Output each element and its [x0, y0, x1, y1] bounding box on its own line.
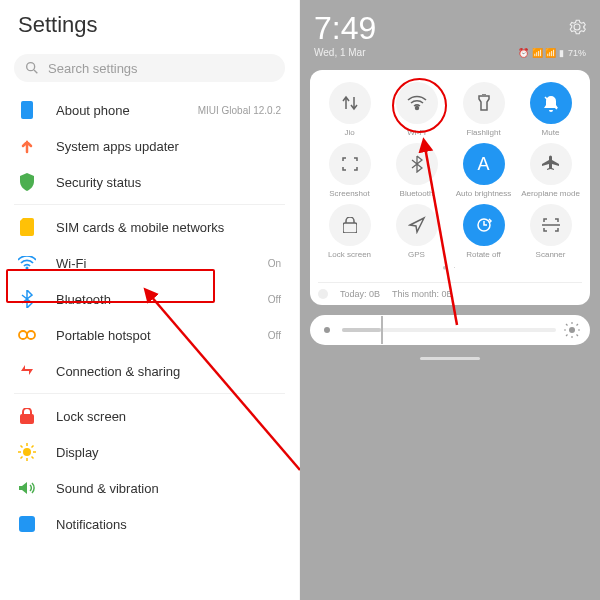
jio-toggle[interactable]: Jio [318, 82, 381, 137]
settings-screen: Settings Search settings About phone MIU… [0, 0, 300, 600]
scanner-toggle[interactable]: Scanner [519, 204, 582, 259]
bluetooth-toggle[interactable]: Bluetooth [385, 143, 448, 198]
hotspot-value: Off [268, 330, 281, 341]
wifi-value: On [268, 258, 281, 269]
sim-row[interactable]: SIM cards & mobile networks [0, 209, 299, 245]
wifi-toggle[interactable]: Wi-Fi [385, 82, 448, 137]
lockscreen-toggle[interactable]: Lock screen [318, 204, 381, 259]
data-month: This month: 0B [392, 289, 453, 299]
data-dot-icon [318, 289, 328, 299]
bluetooth-row[interactable]: Bluetooth Off [0, 281, 299, 317]
search-icon [24, 60, 40, 76]
sim-icon [18, 218, 36, 236]
security-row[interactable]: Security status [0, 164, 299, 200]
data-today: Today: 0B [340, 289, 380, 299]
about-phone-value: MIUI Global 12.0.2 [198, 105, 281, 116]
connection-row[interactable]: Connection & sharing [0, 353, 299, 389]
updater-row[interactable]: System apps updater [0, 128, 299, 164]
svg-point-0 [27, 63, 35, 71]
svg-rect-7 [19, 516, 35, 532]
brightness-slider[interactable] [310, 315, 590, 345]
toggle-panel: Jio Wi-Fi Flashlight Mute Screenshot Blu… [310, 70, 590, 305]
notif-row[interactable]: Notifications [0, 506, 299, 542]
sound-row[interactable]: Sound & vibration [0, 470, 299, 506]
display-label: Display [56, 445, 281, 460]
svg-point-11 [324, 327, 330, 333]
status-icons: ⏰ 📶 📶 ▮71% [518, 48, 586, 58]
bluetooth-icon [18, 290, 36, 308]
autobright-toggle[interactable]: AAuto brightness [452, 143, 515, 198]
hotspot-row[interactable]: Portable hotspot Off [0, 317, 299, 353]
flashlight-toggle[interactable]: Flashlight [452, 82, 515, 137]
svg-rect-9 [343, 223, 357, 233]
lock-row[interactable]: Lock screen [0, 398, 299, 434]
page-title: Settings [0, 0, 299, 46]
shield-icon [18, 173, 36, 191]
page-dots: ● · [318, 263, 582, 272]
display-row[interactable]: Display [0, 434, 299, 470]
connection-label: Connection & sharing [56, 364, 281, 379]
sound-label: Sound & vibration [56, 481, 281, 496]
about-phone-label: About phone [56, 103, 198, 118]
clock: 7:49 [314, 10, 376, 47]
bluetooth-label: Bluetooth [56, 292, 268, 307]
security-label: Security status [56, 175, 281, 190]
brightness-high-icon [564, 322, 580, 338]
screenshot-toggle[interactable]: Screenshot [318, 143, 381, 198]
about-phone-row[interactable]: About phone MIUI Global 12.0.2 [0, 92, 299, 128]
divider [14, 204, 285, 205]
status-bar: 7:49 [300, 0, 600, 47]
wifi-icon [18, 254, 36, 272]
phone-icon [18, 101, 36, 119]
svg-point-2 [26, 267, 29, 270]
brightness-low-icon [320, 323, 334, 337]
hotspot-label: Portable hotspot [56, 328, 268, 343]
data-usage-row[interactable]: Today: 0B This month: 0B [318, 282, 582, 299]
bluetooth-value: Off [268, 294, 281, 305]
svg-point-6 [23, 448, 31, 456]
home-indicator[interactable] [420, 357, 480, 360]
airplane-toggle[interactable]: Aeroplane mode [519, 143, 582, 198]
search-placeholder: Search settings [48, 61, 138, 76]
search-input[interactable]: Search settings [14, 54, 285, 82]
gps-toggle[interactable]: GPS [385, 204, 448, 259]
gear-icon[interactable] [568, 18, 586, 36]
updater-label: System apps updater [56, 139, 281, 154]
divider [14, 393, 285, 394]
svg-rect-1 [21, 101, 33, 119]
wifi-row[interactable]: Wi-Fi On [0, 245, 299, 281]
connection-icon [18, 362, 36, 380]
sound-icon [18, 479, 36, 497]
svg-point-8 [415, 107, 418, 110]
svg-rect-5 [20, 414, 34, 424]
svg-point-12 [569, 327, 575, 333]
wifi-label: Wi-Fi [56, 256, 268, 271]
updater-icon [18, 137, 36, 155]
mute-toggle[interactable]: Mute [519, 82, 582, 137]
lock-icon [18, 407, 36, 425]
sim-label: SIM cards & mobile networks [56, 220, 281, 235]
svg-point-4 [27, 331, 35, 339]
rotate-toggle[interactable]: Rotate off [452, 204, 515, 259]
notif-label: Notifications [56, 517, 281, 532]
display-icon [18, 443, 36, 461]
notif-icon [18, 515, 36, 533]
svg-point-3 [19, 331, 27, 339]
hotspot-icon [18, 326, 36, 344]
quick-settings-screen: 7:49 Wed, 1 Mar ⏰ 📶 📶 ▮71% Jio Wi-Fi Fla… [300, 0, 600, 600]
lock-label: Lock screen [56, 409, 281, 424]
